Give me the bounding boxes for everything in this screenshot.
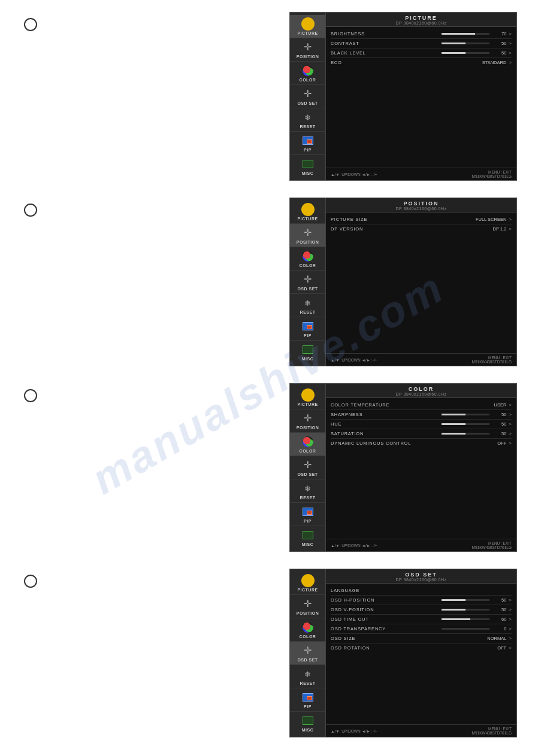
osd-subtitle: DP 3840x2160@60.0Hz: [326, 392, 516, 396]
sidebar-label: PICTURE: [297, 31, 318, 35]
sidebar-item-picture[interactable]: PICTURE: [290, 201, 325, 224]
sidebar-item-reset[interactable]: ❄RESET: [290, 479, 325, 503]
osd-body: BRIGHTNESS70>CONTRAST50>BLACK LEVEL50>EC…: [326, 27, 516, 168]
sidebar-label: MISC: [302, 728, 314, 732]
sidebar-icon-wrapper: [300, 157, 316, 171]
sidebar-item-picture[interactable]: PICTURE: [290, 386, 325, 409]
sidebar-label: POSITION: [297, 426, 319, 430]
sidebar-item-color[interactable]: COLOR: [290, 433, 325, 456]
sidebar-icon-wrapper: ❄: [300, 667, 316, 681]
sidebar-label: PIP: [304, 333, 312, 338]
sidebar-item-osd-set[interactable]: ✛OSD SET: [290, 456, 325, 479]
osd-row-arrow: >: [509, 626, 512, 631]
osd-position: PICTURE✛POSITIONCOLOR✛OSD SET❄RESETPIPMI…: [289, 198, 517, 366]
sidebar-icon-wrapper: [300, 134, 316, 147]
sidebar-icon-wrapper: [300, 621, 316, 634]
osd-main: OSD SETDP 3840x2160@60.0HzLANGUAGEOSD H-…: [326, 569, 516, 737]
osd-main: POSITIONDP 3840x2160@60.0HzPICTURE SIZEF…: [326, 198, 516, 366]
misc-icon: [303, 531, 313, 539]
sidebar-item-misc[interactable]: MISC: [290, 712, 325, 734]
sidebar-item-position[interactable]: ✛POSITION: [290, 38, 325, 62]
osd-row: ECOSTANDARD>: [331, 58, 512, 67]
sidebar-item-osd-set[interactable]: ✛OSD SET: [290, 271, 325, 294]
color-icon: [303, 65, 313, 76]
osd-sidebar: PICTURE✛POSITIONCOLOR✛OSD SET❄RESETPIPMI…: [290, 384, 326, 551]
sidebar-item-misc[interactable]: MISC: [290, 341, 325, 363]
osdset-icon: ✛: [304, 89, 312, 99]
panel-row-position: PICTURE✛POSITIONCOLOR✛OSD SET❄RESETPIPMI…: [0, 198, 535, 366]
sidebar-label: PIP: [304, 705, 312, 709]
osd-row: HUE50>: [331, 420, 512, 429]
panel-row-picture: PICTURE✛POSITIONCOLOR✛OSD SET❄RESETPIPMI…: [0, 12, 535, 181]
osd-row-bar: [442, 423, 489, 425]
cross-arrow-icon: ✛: [304, 42, 312, 52]
sidebar-label: POSITION: [297, 611, 319, 615]
sidebar-item-color[interactable]: COLOR: [290, 62, 325, 85]
osd-row: DP VERSIONDP 1.2>: [331, 224, 512, 233]
osd-row-label: HUE: [331, 421, 442, 427]
sidebar-item-osd-set[interactable]: ✛OSD SET: [290, 642, 325, 665]
sidebar-item-position[interactable]: ✛POSITION: [290, 224, 325, 247]
osd-sidebar: PICTURE✛POSITIONCOLOR✛OSD SET❄RESETPIPMI…: [290, 13, 326, 180]
osd-row-label: ECO: [331, 60, 482, 65]
sidebar-item-color[interactable]: COLOR: [290, 618, 325, 642]
osd-row-bar: [442, 609, 489, 611]
osd-row-bar: [442, 433, 489, 435]
osd-row-arrow: >: [509, 636, 512, 641]
sidebar-item-pip[interactable]: PIP: [290, 317, 325, 341]
osd-row: COLOR TEMPERATUREUSER>: [331, 400, 512, 410]
cross-arrow-icon: ✛: [304, 414, 312, 423]
sidebar-item-reset[interactable]: ❄RESET: [290, 294, 325, 317]
sidebar-icon-wrapper: ✛: [300, 87, 316, 101]
osd-row: OSD SIZENORMAL>: [331, 634, 512, 643]
pip-icon: [303, 136, 313, 145]
sidebar-item-pip[interactable]: PIP: [290, 132, 325, 155]
sidebar-item-misc[interactable]: MISC: [290, 155, 325, 178]
osd-row-bar-fill: [442, 433, 466, 435]
sidebar-item-position[interactable]: ✛POSITION: [290, 409, 325, 433]
osd-row-label: OSD TIME OUT: [331, 617, 442, 622]
pip-icon: [303, 508, 313, 516]
page: manualshive.com PICTURE✛POSITIONCOLOR✛OS…: [0, 0, 535, 756]
osd-row-label: OSD SIZE: [331, 636, 487, 641]
sidebar-item-reset[interactable]: ❄RESET: [290, 665, 325, 688]
sidebar-item-pip[interactable]: PIP: [290, 503, 325, 526]
sidebar-label: MISC: [302, 171, 314, 175]
sidebar-item-reset[interactable]: ❄RESET: [290, 108, 325, 132]
osd-row-value: 50: [493, 431, 506, 436]
osd-row-arrow: >: [509, 217, 512, 222]
sidebar-label: POSITION: [297, 240, 319, 244]
sidebar-item-picture[interactable]: PICTURE: [290, 15, 325, 38]
sidebar-item-pip[interactable]: PIP: [290, 688, 325, 712]
osd-picture: PICTURE✛POSITIONCOLOR✛OSD SET❄RESETPIPMI…: [289, 12, 517, 181]
osd-header: OSD SETDP 3840x2160@60.0Hz: [326, 569, 516, 584]
sidebar-item-position[interactable]: ✛POSITION: [290, 595, 325, 618]
sidebar-item-osd-set[interactable]: ✛OSD SET: [290, 85, 325, 108]
sidebar-icon-wrapper: ✛: [300, 459, 316, 472]
osd-body: COLOR TEMPERATUREUSER>SHARPNESS50>HUE50>…: [326, 398, 516, 539]
osd-row: OSD V-POSITION50>: [331, 605, 512, 615]
osd-row: BRIGHTNESS70>: [331, 29, 512, 39]
sidebar-icon-wrapper: ❄: [300, 482, 316, 495]
cross-arrow-icon: ✛: [304, 228, 312, 238]
osd-subtitle: DP 3840x2160@60.0Hz: [326, 21, 516, 25]
osd-row-arrow: >: [509, 441, 512, 446]
sun-icon: [303, 390, 313, 400]
circle-indicator: [24, 575, 37, 588]
osd-row-value: OFF: [493, 441, 506, 446]
osdset-icon: ✛: [304, 646, 312, 655]
sidebar-item-picture[interactable]: PICTURE: [290, 572, 325, 595]
osd-row-bar-fill: [442, 599, 466, 601]
osd-row-bar-fill: [442, 52, 466, 54]
sidebar-icon-wrapper: [300, 388, 316, 402]
sidebar-icon-wrapper: ❄: [300, 296, 316, 309]
sidebar-item-misc[interactable]: MISC: [290, 526, 325, 549]
osd-row-arrow: >: [509, 431, 512, 436]
osd-row: SATURATION50>: [331, 429, 512, 439]
osd-main: PICTUREDP 3840x2160@60.0HzBRIGHTNESS70>C…: [326, 13, 516, 180]
osd-row-arrow: >: [509, 31, 512, 37]
osd-row-value: 0: [493, 626, 506, 631]
sidebar-item-color[interactable]: COLOR: [290, 247, 325, 271]
osd-row-label: BLACK LEVEL: [331, 50, 442, 56]
sidebar-icon-wrapper: [300, 64, 316, 77]
